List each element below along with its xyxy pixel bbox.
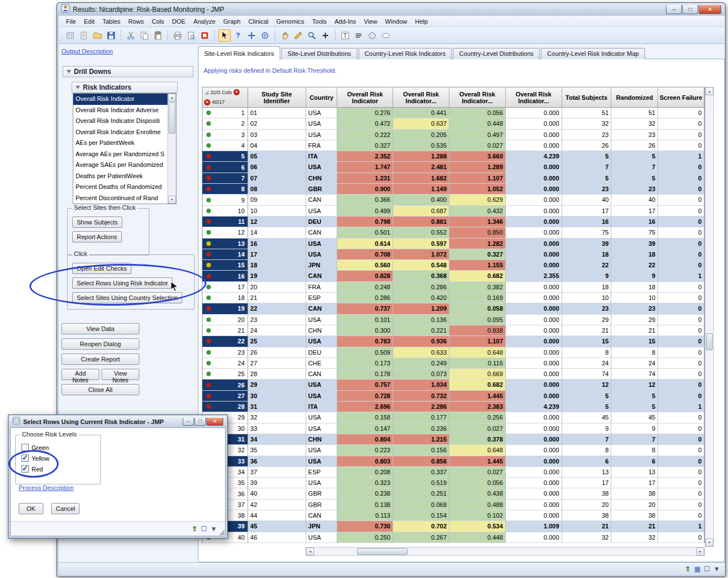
cell-risk-value[interactable]: 0.708 — [337, 249, 393, 260]
risk-indicator-item-percent-deaths-of-randomized[interactable]: Percent Deaths of Randomized — [73, 182, 167, 193]
cell-count[interactable]: 22 — [611, 260, 658, 271]
copy-icon[interactable] — [138, 29, 151, 42]
cell-risk-value[interactable]: 2.696 — [337, 401, 393, 412]
cell-risk-value[interactable]: 0.000 — [506, 130, 562, 140]
cell-risk-value[interactable]: 0.366 — [337, 195, 393, 205]
cell-count[interactable]: 20 — [611, 500, 658, 510]
cell-count[interactable]: 18 — [611, 282, 658, 293]
cell-risk-value[interactable]: 0.432 — [449, 206, 506, 217]
cell-risk-value[interactable]: 0.027 — [449, 140, 506, 151]
cell-count[interactable]: 13 — [611, 467, 658, 478]
cell-count[interactable]: 20 — [562, 500, 612, 510]
cell-site-id[interactable]: 36 — [248, 456, 306, 467]
cell-risk-value[interactable]: 0.000 — [506, 227, 562, 238]
cell-count[interactable]: 0 — [658, 434, 704, 445]
cell-risk-value[interactable]: 0.798 — [337, 217, 393, 227]
cell-risk-value[interactable]: 1.009 — [506, 521, 562, 532]
process-description-link[interactable]: Process Description — [19, 484, 74, 491]
brush-tool-icon[interactable] — [292, 29, 305, 42]
cell-country[interactable]: ITA — [306, 401, 338, 412]
cell-country[interactable]: USA — [306, 206, 338, 217]
resize-grip[interactable] — [219, 530, 224, 535]
cell-count[interactable]: 23 — [611, 130, 658, 140]
cell-count[interactable]: 7 — [611, 162, 658, 173]
cell-risk-value[interactable]: 0.368 — [393, 271, 449, 281]
dialog-titlebar[interactable]: Select Rows Using Current Risk Indicator… — [9, 416, 227, 427]
row-header[interactable]: 17 — [202, 282, 248, 293]
selection-tool-icon[interactable] — [259, 29, 271, 42]
cell-site-id[interactable]: 14 — [248, 227, 306, 238]
cell-risk-value[interactable]: 0.560 — [337, 260, 393, 271]
cell-count[interactable]: 8 — [562, 347, 612, 358]
cell-risk-value[interactable]: 0.000 — [506, 206, 562, 217]
cell-risk-value[interactable]: 0.737 — [337, 303, 393, 314]
cell-count[interactable]: 0 — [658, 325, 704, 336]
cell-risk-value[interactable]: 0.276 — [337, 108, 393, 118]
cell-count[interactable]: 6 — [562, 456, 612, 467]
reopen-dialog-button[interactable]: Reopen Dialog — [61, 338, 139, 350]
cell-count[interactable]: 74 — [562, 369, 612, 380]
cell-count[interactable]: 7 — [611, 434, 658, 445]
menu-item-clinical[interactable]: Clinical — [245, 17, 272, 26]
cell-risk-value[interactable]: 0.648 — [449, 445, 506, 456]
cell-count[interactable]: 21 — [562, 521, 612, 532]
show-subjects-button[interactable]: Show Subjects — [72, 217, 122, 228]
cell-count[interactable]: 5 — [611, 151, 658, 162]
table-vertical-scrollbar[interactable] — [705, 87, 714, 547]
cell-count[interactable]: 39 — [611, 239, 658, 249]
cell-risk-value[interactable]: 4.239 — [506, 401, 562, 412]
cell-country[interactable]: USA — [306, 412, 338, 423]
cell-count[interactable]: 5 — [611, 391, 658, 401]
cell-count[interactable]: 18 — [562, 282, 612, 293]
cell-count[interactable]: 0 — [658, 206, 704, 217]
grid-icon[interactable]: ▦ — [694, 565, 700, 573]
cell-risk-value[interactable]: 1.072 — [393, 249, 449, 260]
cell-risk-value[interactable]: 0.509 — [337, 347, 393, 358]
cell-risk-value[interactable]: 0.000 — [506, 293, 562, 303]
print-icon[interactable] — [171, 29, 184, 42]
cell-count[interactable]: 40 — [611, 195, 658, 205]
cell-site-id[interactable]: 08 — [248, 184, 306, 195]
cell-count[interactable]: 0 — [658, 380, 704, 390]
cell-count[interactable]: 0 — [658, 239, 704, 249]
cell-count[interactable]: 0 — [658, 391, 704, 401]
cell-count[interactable]: 8 — [611, 445, 658, 456]
cell-risk-value[interactable]: 0.682 — [449, 380, 506, 390]
cell-count[interactable]: 23 — [562, 184, 612, 195]
annotate-text-tool-icon[interactable]: T — [339, 29, 351, 42]
annotate-polygon-tool-icon[interactable] — [366, 29, 378, 42]
cell-risk-value[interactable]: 0.629 — [449, 195, 506, 205]
cell-count[interactable]: 0 — [658, 260, 704, 271]
row-header[interactable]: 24 — [202, 358, 248, 369]
cell-count[interactable]: 5 — [562, 401, 612, 412]
row-header[interactable]: 27 — [202, 391, 248, 401]
create-report-button[interactable]: Create Report — [61, 354, 139, 365]
close-all-button[interactable]: Close All — [61, 384, 139, 395]
cell-risk-value[interactable]: 0.000 — [506, 239, 562, 249]
cell-risk-value[interactable]: 0.648 — [449, 347, 506, 358]
cell-country[interactable]: ESP — [306, 293, 338, 303]
cell-site-id[interactable]: 34 — [248, 434, 306, 445]
cell-risk-value[interactable]: 0.205 — [393, 130, 449, 140]
dropdown-icon[interactable]: ▼ — [210, 525, 217, 533]
output-description-link[interactable]: Output Description — [61, 48, 113, 55]
cell-risk-value[interactable]: 0.936 — [393, 336, 449, 347]
scroll-left-icon[interactable] — [306, 548, 314, 555]
column-header-study-site-identifier[interactable]: Study Site Identifier — [248, 87, 306, 108]
cell-count[interactable]: 0 — [658, 173, 704, 184]
cell-count[interactable]: 22 — [562, 260, 612, 271]
cell-count[interactable]: 0 — [658, 347, 704, 358]
cell-risk-value[interactable]: 1.445 — [449, 456, 506, 467]
cell-count[interactable]: 13 — [562, 467, 612, 478]
cell-count[interactable]: 5 — [611, 401, 658, 412]
row-header[interactable]: 19 — [202, 303, 248, 314]
cell-risk-value[interactable]: 0.000 — [506, 412, 562, 423]
help-tool-icon[interactable]: ? — [232, 29, 244, 42]
cell-risk-value[interactable]: 0.073 — [393, 369, 449, 380]
cell-risk-value[interactable]: 1.231 — [337, 173, 393, 184]
cell-risk-value[interactable]: 0.728 — [337, 391, 393, 401]
dropdown-icon[interactable]: ▼ — [713, 565, 720, 573]
cell-risk-value[interactable]: 1.289 — [449, 162, 506, 173]
cell-country[interactable]: CAN — [306, 271, 338, 281]
cell-risk-value[interactable]: 0.499 — [337, 206, 393, 217]
